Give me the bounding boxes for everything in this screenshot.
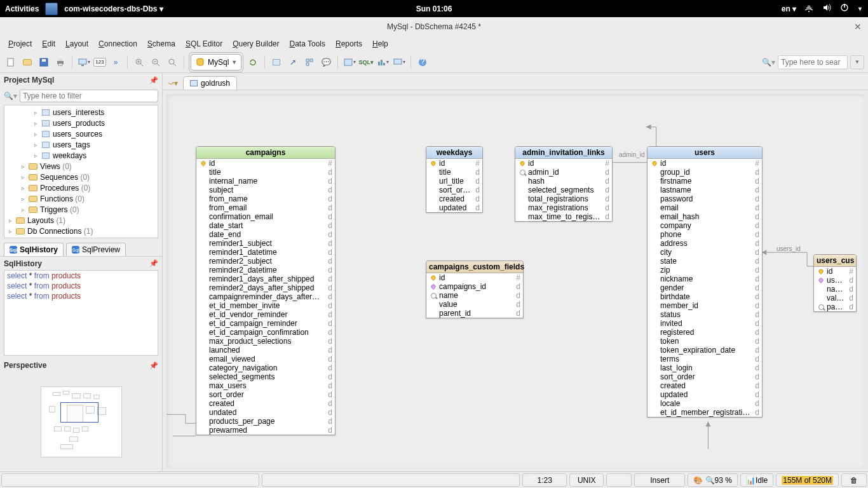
- print-button[interactable]: [53, 55, 67, 69]
- tree-item[interactable]: ▹users_products: [4, 118, 158, 128]
- new-file-button[interactable]: [4, 55, 18, 69]
- table-column[interactable]: valued: [426, 300, 523, 309]
- table-column[interactable]: parent_idd: [426, 309, 523, 318]
- clock[interactable]: Sun 01:06: [416, 4, 452, 13]
- table-column[interactable]: launchedd: [196, 346, 335, 355]
- table-column[interactable]: date_startd: [196, 221, 335, 230]
- table-campaigns[interactable]: campaignsid#titledinternal_namedsubjectd…: [196, 146, 336, 435]
- tree-item[interactable]: ▹users_sources: [4, 128, 158, 139]
- perspective-minimap[interactable]: [0, 372, 162, 471]
- sql-history-list[interactable]: select * from productsselect * from prod…: [4, 270, 158, 356]
- table-column[interactable]: updatedd: [426, 203, 482, 212]
- table-header[interactable]: campaigns_custom_fields: [426, 261, 523, 273]
- note-tool-button[interactable]: 💬: [319, 55, 333, 69]
- table-header[interactable]: users_cus: [814, 255, 856, 267]
- table-column[interactable]: firstnamed: [648, 177, 762, 186]
- table-column[interactable]: max_time_to_registerd: [515, 212, 612, 221]
- table-column[interactable]: id#: [814, 267, 856, 276]
- history-entry[interactable]: select * from products: [4, 281, 158, 291]
- menu-sql-editor[interactable]: SQL Editor: [181, 38, 227, 50]
- table-column[interactable]: group_idd: [648, 168, 762, 177]
- table-column[interactable]: tokend: [648, 337, 762, 346]
- table-column[interactable]: named: [426, 291, 523, 300]
- table-column[interactable]: lastnamed: [648, 186, 762, 194]
- app-menu[interactable]: com-wisecoders-dbs-Dbs ▾: [64, 4, 163, 13]
- tree-item[interactable]: ▹Views (0): [4, 161, 158, 172]
- pin-icon[interactable]: 📌: [149, 76, 158, 85]
- column-num-button[interactable]: 123: [93, 58, 106, 67]
- table-column[interactable]: localed: [648, 399, 762, 408]
- table-column[interactable]: titled: [196, 168, 335, 177]
- pin-icon[interactable]: 📌: [149, 362, 158, 370]
- tree-item[interactable]: ▹Db Connections (1): [4, 226, 158, 236]
- expand-button[interactable]: »: [109, 55, 123, 69]
- table-column[interactable]: invitedd: [648, 319, 762, 328]
- table-column[interactable]: addressd: [648, 239, 762, 248]
- table-header[interactable]: users: [648, 147, 762, 159]
- power-icon[interactable]: [839, 3, 850, 15]
- table-column[interactable]: hashd: [515, 177, 612, 186]
- table-column[interactable]: last_logind: [648, 363, 762, 372]
- table-column[interactable]: internal_named: [196, 177, 335, 186]
- table-column[interactable]: total_registrationsd: [515, 194, 612, 203]
- table-column[interactable]: genderd: [648, 283, 762, 292]
- table-column[interactable]: sort_orderd: [426, 186, 482, 194]
- table-column[interactable]: from_emaild: [196, 203, 335, 212]
- menu-project[interactable]: Project: [4, 38, 36, 50]
- table-column[interactable]: et_id_member_invited: [196, 301, 335, 310]
- menu-edit[interactable]: Edit: [37, 38, 60, 50]
- table-column[interactable]: id#: [648, 159, 762, 168]
- table-column[interactable]: id#: [196, 159, 335, 168]
- tree-item[interactable]: ▹Procedures (0): [4, 182, 158, 193]
- table-column[interactable]: url_titled: [426, 177, 482, 186]
- table-column[interactable]: companyd: [648, 221, 762, 230]
- table-column[interactable]: updatedd: [648, 390, 762, 399]
- table-column[interactable]: et_id_vendor_reminderd: [196, 310, 335, 319]
- tree-item[interactable]: ▹Sequences (0): [4, 172, 158, 182]
- table-column[interactable]: users_id: [814, 276, 856, 285]
- table-column[interactable]: createdd: [426, 194, 482, 203]
- tab-nav-button[interactable]: ⤻▾: [166, 77, 179, 90]
- menu-layout[interactable]: Layout: [61, 38, 93, 50]
- refresh-connection-button[interactable]: [246, 55, 260, 69]
- table-campaigns-custom-fields[interactable]: campaigns_custom_fieldsid#campaigns_iddn…: [426, 261, 524, 318]
- sql-label-button[interactable]: SQL▾: [359, 55, 373, 69]
- db-type-combo[interactable]: MySql ▼: [191, 54, 241, 71]
- status-trash-button[interactable]: 🗑: [841, 473, 867, 487]
- table-column[interactable]: max_usersd: [196, 381, 335, 390]
- table-column[interactable]: member_idd: [648, 301, 762, 310]
- menu-reports[interactable]: Reports: [331, 38, 367, 50]
- network-icon[interactable]: [804, 3, 814, 15]
- table-column[interactable]: reminder2_datetimed: [196, 266, 335, 274]
- table-column[interactable]: cityd: [648, 248, 762, 257]
- table-column[interactable]: et_id_member_registrationd: [648, 408, 762, 417]
- table-admin-invitation-links[interactable]: admin_invitation_linksid#admin_iddhashds…: [515, 146, 613, 222]
- table-column[interactable]: reminder1_subjectd: [196, 239, 335, 248]
- table-header[interactable]: admin_invitation_links: [515, 147, 612, 159]
- open-button[interactable]: [20, 55, 34, 69]
- help-button[interactable]: ?: [416, 55, 430, 69]
- table-column[interactable]: nicknamed: [648, 274, 762, 283]
- table-column[interactable]: date_endd: [196, 230, 335, 239]
- table-column[interactable]: subjectd: [196, 186, 335, 194]
- table-column[interactable]: valued: [814, 294, 856, 302]
- table-column[interactable]: phoned: [648, 230, 762, 239]
- table-column[interactable]: stated: [648, 257, 762, 266]
- table-column[interactable]: max_product_selectionsd: [196, 337, 335, 346]
- table-column[interactable]: admin_idd: [515, 168, 612, 177]
- table-header[interactable]: campaigns: [196, 147, 335, 159]
- table-column[interactable]: max_registrationsd: [515, 203, 612, 212]
- grid-tool-button[interactable]: [302, 55, 316, 69]
- menu-help[interactable]: Help: [368, 38, 393, 50]
- zoom-fit-button[interactable]: [165, 55, 179, 69]
- table-column[interactable]: reminder1_datetimed: [196, 248, 335, 257]
- table-column[interactable]: token_expiration_dated: [648, 346, 762, 355]
- table-column[interactable]: id#: [426, 273, 523, 282]
- table-column[interactable]: id#: [426, 159, 482, 168]
- table-column[interactable]: passwordd: [648, 194, 762, 203]
- table-column[interactable]: selected_segmentsd: [515, 186, 612, 194]
- volume-icon[interactable]: [822, 3, 832, 15]
- history-entry[interactable]: select * from products: [4, 271, 158, 281]
- menu-schema[interactable]: Schema: [143, 38, 180, 50]
- input-lang[interactable]: en ▾: [782, 4, 796, 13]
